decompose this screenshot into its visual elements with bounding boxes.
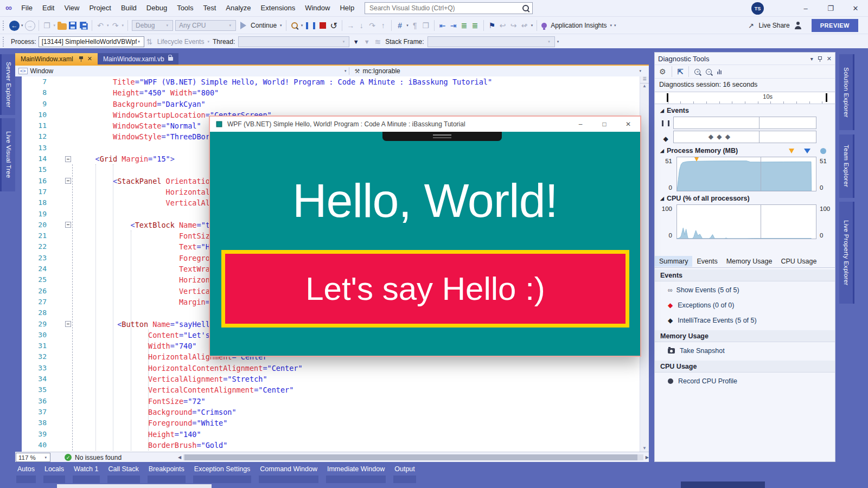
menu-analyze[interactable]: Analyze: [221, 0, 256, 16]
wpf-minimize-button[interactable]: –: [569, 117, 592, 132]
minimize-button[interactable]: –: [793, 0, 818, 16]
show-next-statement-icon[interactable]: →: [346, 20, 355, 31]
collapse-region-icon[interactable]: [65, 321, 71, 327]
say-hello-button[interactable]: Let's say Hello :): [221, 250, 629, 328]
stop-debugging-icon[interactable]: [320, 22, 326, 29]
events-section-header[interactable]: ◢Events: [657, 107, 689, 114]
collapse-region-icon[interactable]: [65, 156, 71, 162]
bottom-tab-breakpoints[interactable]: Breakpoints: [148, 462, 186, 483]
process-search-icon[interactable]: [291, 22, 298, 29]
bottom-tab-autos[interactable]: Autos: [16, 462, 36, 483]
continue-play-icon[interactable]: [240, 22, 246, 29]
collapse-region-icon[interactable]: [65, 222, 71, 228]
menu-file[interactable]: File: [16, 0, 37, 16]
ruler-selection-marker[interactable]: [667, 93, 668, 102]
diagnostic-tools-header[interactable]: Diagnostic Tools ▾ ✕: [655, 53, 835, 65]
wpf-app-window[interactable]: WPF (VB.NET) Simple Hello, World! Progra…: [209, 115, 641, 357]
left-tab-live-visual-tree[interactable]: Live Visual Tree: [0, 118, 15, 191]
code-line-35[interactable]: 35 VerticalContentAlignment="Center": [15, 384, 649, 395]
save-icon[interactable]: [69, 22, 76, 29]
wpf-debug-toolbar[interactable]: [382, 132, 502, 141]
search-input[interactable]: [368, 4, 522, 12]
continue-button[interactable]: Continue: [251, 22, 277, 29]
tab-mainwindow-xaml[interactable]: MainWindow.xaml ✕: [15, 53, 98, 65]
cpu-chart[interactable]: [676, 204, 816, 239]
timeline-ruler[interactable]: 10s: [655, 92, 835, 104]
cpu-section-header[interactable]: ◢CPU (% of all processors): [657, 195, 750, 202]
scroll-left-icon[interactable]: ◀: [178, 455, 181, 460]
gc-marker-legend-icon[interactable]: [789, 149, 794, 153]
intellitrace-events-track[interactable]: ◆◆◆: [673, 131, 816, 143]
tab-mainwindow-xaml-vb[interactable]: MainWindow.xaml.vb: [98, 53, 178, 65]
undo-icon[interactable]: ↶: [95, 20, 105, 31]
copy-icon[interactable]: ❐: [421, 20, 431, 31]
right-tab-solution-explorer[interactable]: Solution Explorer: [839, 54, 854, 130]
debugbar-grip[interactable]: [3, 37, 6, 47]
step-into-icon[interactable]: ↓: [356, 20, 366, 31]
whitespace-icon[interactable]: ¶: [410, 20, 420, 31]
filter-threads-disabled-icon[interactable]: ▼: [362, 36, 372, 48]
redo-icon[interactable]: ↷: [111, 20, 120, 31]
undo-dropdown[interactable]: ▾: [107, 23, 109, 28]
code-line-39[interactable]: 39 Height="140": [15, 429, 649, 440]
bottom-tab-command-window[interactable]: Command Window: [259, 462, 318, 483]
zoom-out-icon[interactable]: −: [706, 69, 712, 75]
left-tab-server-explorer[interactable]: Server Explorer: [0, 54, 15, 115]
code-line-9[interactable]: 9 Background="DarkCyan": [15, 99, 649, 110]
lifecycle-events-button[interactable]: Lifecycle Events: [157, 38, 205, 46]
zoom-in-icon[interactable]: +: [694, 69, 700, 75]
summary-item-exceptions-0-of-0-[interactable]: ◆Exceptions (0 of 0): [655, 299, 835, 312]
bookmark-dropdown[interactable]: ▾: [531, 23, 533, 28]
break-all-icon[interactable]: [306, 22, 315, 29]
decrease-indent-icon[interactable]: ⇤: [438, 20, 448, 31]
bookmark-icon[interactable]: ⚑: [487, 20, 497, 31]
pin-icon[interactable]: [79, 56, 84, 62]
intellitrace-event-marker[interactable]: ◆: [709, 133, 713, 140]
wpf-maximize-button[interactable]: □: [592, 117, 616, 132]
save-all-icon[interactable]: [81, 23, 88, 30]
menu-window[interactable]: Window: [300, 0, 335, 16]
collapse-region-icon[interactable]: [65, 178, 71, 184]
code-line-37[interactable]: 37 Background="Crimson": [15, 407, 649, 418]
ruler-selection-marker[interactable]: [826, 93, 827, 102]
bottom-tab-locals[interactable]: Locals: [43, 462, 65, 483]
new-window-icon[interactable]: ❐: [42, 20, 52, 31]
bottom-tab-watch-1[interactable]: Watch 1: [73, 462, 99, 483]
code-line-33[interactable]: 33 HorizontalContentAlignment="Center": [15, 363, 649, 374]
code-line-38[interactable]: 38 Foreground="White": [15, 418, 649, 428]
summary-item-intellitrace-events-5-of-5-[interactable]: ◆IntelliTrace Events (5 of 5): [655, 314, 835, 327]
menu-help[interactable]: Help: [335, 0, 359, 16]
solution-platform-select[interactable]: Any CPU▾: [175, 20, 236, 31]
element-navigator-select[interactable]: Window▾: [30, 67, 348, 75]
diag-tab-memory-usage[interactable]: Memory Usage: [722, 256, 777, 267]
bottom-tab-call-stack[interactable]: Call Stack: [107, 462, 140, 483]
attribute-navigator[interactable]: mc:Ignorable: [362, 67, 400, 75]
zoom-level-select[interactable]: 117 %▾: [16, 453, 50, 462]
lifecycle-events-icon[interactable]: ⇅: [145, 36, 155, 48]
code-line-36[interactable]: 36 FontSize="72": [15, 396, 649, 407]
wpf-title-bar[interactable]: WPF (VB.NET) Simple Hello, World! Progra…: [210, 117, 640, 132]
search-box[interactable]: [365, 2, 533, 14]
code-line-40[interactable]: 40 BorderBrush="Gold": [15, 440, 649, 451]
summary-item-record-cpu-profile[interactable]: Record CPU Profile: [655, 375, 835, 388]
bottom-tab-immediate-window[interactable]: Immediate Window: [326, 462, 386, 483]
bottom-tab-output[interactable]: Output: [393, 462, 416, 483]
diag-tab-events[interactable]: Events: [692, 256, 722, 267]
comment-dropdown[interactable]: ▾: [406, 23, 409, 28]
menu-test[interactable]: Test: [199, 0, 221, 16]
menu-build[interactable]: Build: [116, 0, 142, 16]
menu-extensions[interactable]: Extensions: [256, 0, 301, 16]
menu-view[interactable]: View: [59, 0, 84, 16]
reset-view-icon[interactable]: [717, 69, 722, 74]
intellitrace-event-marker[interactable]: ◆: [725, 133, 730, 140]
memory-chart[interactable]: [676, 157, 816, 191]
close-button[interactable]: ✕: [843, 0, 868, 16]
filter-threads-icon[interactable]: ▼: [351, 36, 361, 48]
pin-icon[interactable]: [818, 56, 822, 61]
navigate-forward-icon[interactable]: →: [25, 21, 35, 31]
memory-legend-icon[interactable]: [820, 148, 826, 154]
increase-indent-icon[interactable]: ⇥: [449, 20, 458, 31]
wpf-close-button[interactable]: ✕: [616, 117, 640, 132]
application-insights-dropdown[interactable]: ▾: [610, 23, 612, 28]
clear-bookmarks-icon[interactable]: ↫: [520, 20, 529, 31]
